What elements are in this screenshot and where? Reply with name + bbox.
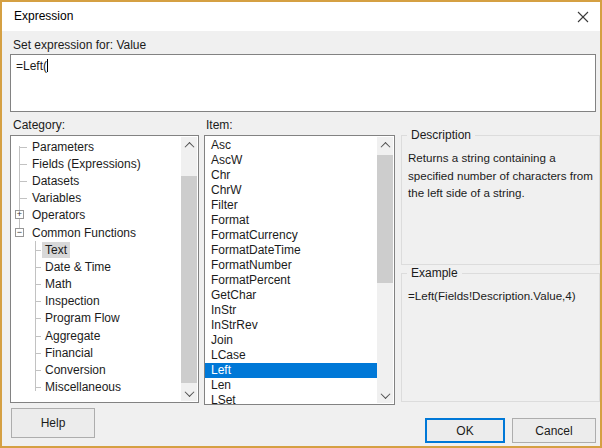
expression-input[interactable]: =Left( (10, 54, 596, 112)
tree-item-label: Financial (42, 345, 96, 361)
tree-item-conversion[interactable]: Conversion (11, 361, 181, 378)
list-item-instr[interactable]: InStr (205, 303, 377, 318)
tree-item-miscellaneous[interactable]: Miscellaneous (11, 379, 181, 396)
item-scrollbar[interactable] (377, 137, 393, 403)
list-item-lset[interactable]: LSet (205, 393, 377, 404)
description-heading: Description (407, 128, 475, 142)
list-item-formatdatetime[interactable]: FormatDateTime (205, 243, 377, 258)
item-label: Item: (206, 118, 233, 132)
scroll-down-icon[interactable] (377, 387, 393, 403)
category-scrollbar[interactable] (181, 137, 197, 401)
description-groupbox: Description Returns a string containing … (401, 135, 600, 265)
scroll-up-icon[interactable] (181, 137, 197, 153)
category-label: Category: (13, 118, 65, 132)
tree-item-inspection[interactable]: Inspection (11, 293, 181, 310)
expression-text: =Left( (16, 59, 47, 73)
tree-item-financial[interactable]: Financial (11, 344, 181, 361)
tree-item-label: Parameters (29, 139, 97, 155)
tree-connector-line (35, 241, 36, 391)
tree-item-aggregate[interactable]: Aggregate (11, 327, 181, 344)
tree-item-label: Aggregate (42, 328, 103, 344)
list-item-format[interactable]: Format (205, 213, 377, 228)
category-tree: ParametersFields (Expressions)DatasetsVa… (10, 135, 199, 403)
text-caret (47, 59, 48, 72)
close-icon[interactable] (575, 9, 591, 25)
list-item-formatpercent[interactable]: FormatPercent (205, 273, 377, 288)
list-item-formatcurrency[interactable]: FormatCurrency (205, 228, 377, 243)
tree-item-math[interactable]: Math (11, 276, 181, 293)
titlebar[interactable]: Expression (2, 2, 600, 31)
ok-button[interactable]: OK (425, 418, 505, 443)
tree-item-common-functions[interactable]: −Common Functions (11, 224, 181, 241)
list-item-chr[interactable]: Chr (205, 168, 377, 183)
item-list: AscAscWChrChrWFilterFormatFormatCurrency… (204, 135, 395, 405)
tree-item-label: Text (42, 242, 70, 258)
tree-item-label: Conversion (42, 362, 109, 378)
tree-item-label: Operators (29, 207, 88, 223)
scrollbar-thumb[interactable] (181, 176, 197, 383)
tree-item-label: Program Flow (42, 310, 123, 326)
example-code: =Left(Fields!Description.Value,4) (408, 287, 597, 305)
tree-item-date-time[interactable]: Date & Time (11, 258, 181, 275)
tree-connector-line (19, 146, 20, 233)
set-expression-for-label: Set expression for: Value (13, 38, 146, 52)
collapse-icon[interactable]: − (15, 228, 24, 237)
list-item-asc[interactable]: Asc (205, 138, 377, 153)
example-heading: Example (407, 266, 462, 280)
help-button[interactable]: Help (11, 408, 95, 438)
tree-item-label: Math (42, 276, 75, 292)
list-item-chrw[interactable]: ChrW (205, 183, 377, 198)
list-item-join[interactable]: Join (205, 333, 377, 348)
tree-item-program-flow[interactable]: Program Flow (11, 310, 181, 327)
tree-item-label: Fields (Expressions) (29, 156, 144, 172)
tree-item-fields-expressions[interactable]: Fields (Expressions) (11, 155, 181, 172)
tree-item-label: Miscellaneous (42, 379, 124, 395)
scrollbar-thumb[interactable] (377, 155, 393, 283)
list-item-ascw[interactable]: AscW (205, 153, 377, 168)
description-text: Returns a string containing a specified … (408, 149, 597, 202)
tree-item-datasets[interactable]: Datasets (11, 172, 181, 189)
list-item-getchar[interactable]: GetChar (205, 288, 377, 303)
list-item-filter[interactable]: Filter (205, 198, 377, 213)
dialog-title: Expression (14, 9, 73, 23)
tree-item-label: Common Functions (29, 225, 139, 241)
scroll-up-icon[interactable] (377, 137, 393, 153)
cancel-button[interactable]: Cancel (512, 418, 596, 443)
tree-item-label: Inspection (42, 293, 103, 309)
tree-item-operators[interactable]: +Operators (11, 207, 181, 224)
tree-item-text[interactable]: Text (11, 241, 181, 258)
tree-item-label: Datasets (29, 173, 82, 189)
tree-item-label: Variables (29, 190, 84, 206)
example-groupbox: Example =Left(Fields!Description.Value,4… (401, 273, 600, 402)
tree-item-variables[interactable]: Variables (11, 190, 181, 207)
tree-item-label: Date & Time (42, 259, 114, 275)
list-item-instrrev[interactable]: InStrRev (205, 318, 377, 333)
list-item-len[interactable]: Len (205, 378, 377, 393)
tree-item-parameters[interactable]: Parameters (11, 138, 181, 155)
list-item-left[interactable]: Left (205, 363, 377, 378)
list-item-formatnumber[interactable]: FormatNumber (205, 258, 377, 273)
list-item-lcase[interactable]: LCase (205, 348, 377, 363)
expression-dialog: Expression Set expression for: Value =Le… (0, 0, 602, 448)
expand-icon[interactable]: + (15, 210, 24, 219)
scroll-down-icon[interactable] (181, 385, 197, 401)
